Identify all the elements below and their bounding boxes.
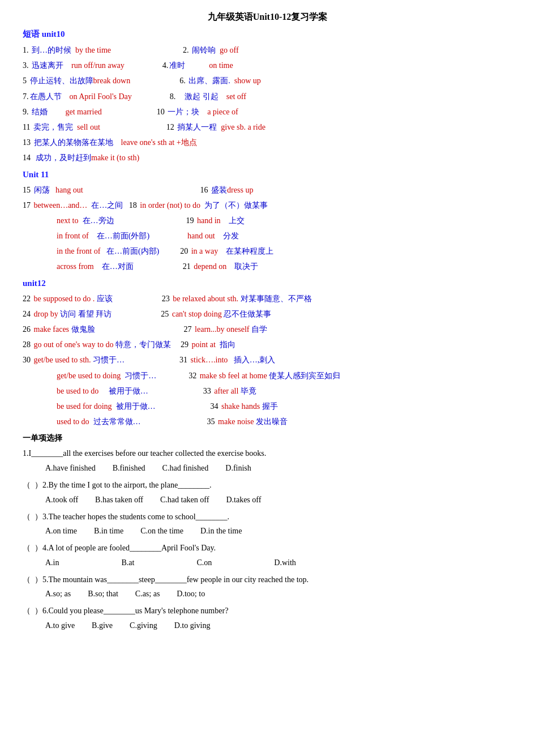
mc-options-2: A.took off B.has taken off C.had taken o… [23,493,512,507]
mc-options-1: A.have finished B.finished C.had finishe… [23,462,512,475]
mc-question-3: （ ）3.The teacher hopes the students come… [23,510,512,539]
mc-options-3: A.on time B.in time C.on the time D.in t… [23,524,512,538]
mc-question-2: （ ）2.By the time I got to the airport, t… [23,479,512,507]
u11-row-3: next to 在…旁边 19 hand in 上交 [23,213,512,228]
mc-title: 一单项选择 [23,433,512,443]
unit10-header: 短语 unit10 [23,29,512,40]
u12-row-5: 30 get/be used to sth. 习惯于… 31 stick….in… [23,353,512,367]
phrase-row-2: 3. 迅速离开 run off/run away 4.准时 on time [23,58,512,72]
u12-row-2: 24 drop by 访问 看望 拜访 25 can't stop doing … [23,307,512,321]
u11-row-1: 15 闲荡 hang out 16 盛装dress up [23,183,512,197]
phrase-row-5: 9. 结婚 get married 10 一片；块 a piece of [23,105,512,119]
u11-row-5: in the front of 在…前面(内部) 20 in a way 在某种… [23,244,512,258]
multiple-choice-section: 一单项选择 1.I________all the exercises befor… [23,433,512,633]
phrase-row-3: 5 停止运转、出故障break down 6. 出席、露面. show up [23,74,512,88]
mc-question-4: （ ）4.A lot of people are fooled________A… [23,541,512,570]
unit12-header: unit12 [23,279,512,288]
mc-options-4: A.in B.at C.on D.with [23,556,512,570]
u12-row-3: 26 make faces 做鬼脸 27 learn...by oneself … [23,322,512,336]
mc-question-1: 1.I________all the exercises before our … [23,447,512,475]
u12-row-8: be used for doing 被用于做… 34 shake hands 握… [23,399,512,413]
phrase-row-1: 1. 到…的时候 by the time 2. 闹铃响 go off [23,43,512,57]
unit12-section: unit12 22 be supposed to do . 应该 23 be r… [23,279,512,429]
unit11-header: Unit 11 [23,170,512,180]
mc-options-5: A.so; as B.so; that C.as; as D.too; to [23,587,512,601]
u12-row-9: used to do 过去常常做… 35 make noise 发出噪音 [23,415,512,429]
u11-row-6: across from 在…对面 21 depend on 取决于 [23,259,512,274]
unit11-section: Unit 11 15 闲荡 hang out 16 盛装dress up 17 … [23,170,512,274]
page-title: 九年级英语Unit10-12复习学案 [23,11,512,23]
phrase-row-4: 7.在愚人节 on April Fool's Day 8. 激起 引起 set … [23,89,512,104]
u12-row-6: get/be used to doing 习惯于… 32 make sb fee… [23,369,512,383]
u11-row-4: in front of 在…前面(外部) hand out 分发 [23,229,512,243]
phrase-row-7: 13 把某人的某物落在某地 leave one's sth at +地点 [23,135,512,150]
unit10-section: 短语 unit10 1. 到…的时候 by the time 2. 闹铃响 go… [23,29,512,165]
mc-question-5: （ ）5.The mountain was________steep______… [23,573,512,601]
mc-question-6: （ ）6.Could you please________us Mary's t… [23,604,512,633]
phrase-row-8: 14 成功，及时赶到make it (to sth) [23,151,512,165]
u11-row-2: 17 between…and… 在…之间 18 in order (not) t… [23,198,512,212]
u12-row-4: 28 go out of one's way to do 特意，专门做某 29 … [23,338,512,352]
u12-row-1: 22 be supposed to do . 应该 23 be relaxed … [23,292,512,306]
u12-row-7: be used to do 被用于做… 33 after all 毕竟 [23,384,512,398]
mc-options-6: A.to give B.give C.giving D.to giving [23,619,512,633]
phrase-row-6: 11 卖完，售完 sell out 12 捎某人一程 give sb. a ri… [23,120,512,134]
